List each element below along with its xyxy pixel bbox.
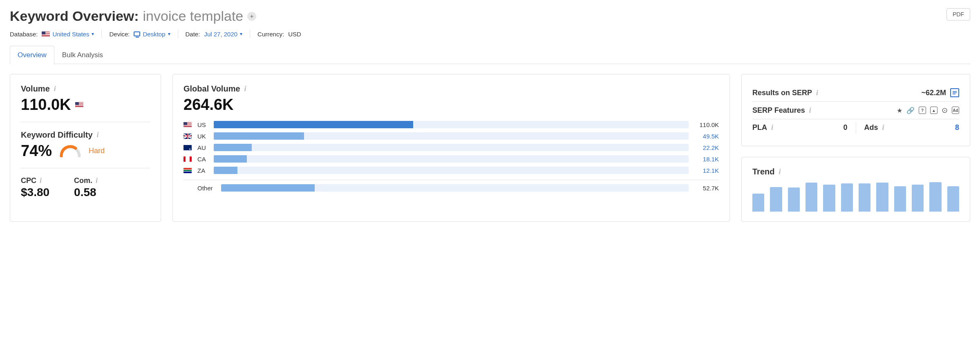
global-volume-bar: [214, 155, 689, 163]
trend-bar: [859, 183, 870, 212]
trend-bar: [841, 183, 853, 212]
pla-value: 0: [843, 123, 847, 132]
trend-bar: [823, 185, 835, 212]
add-keyword-button[interactable]: +: [247, 12, 256, 21]
global-volume-title: Global Volume: [183, 84, 240, 94]
pla-label: PLA: [752, 123, 767, 132]
global-volume-bar: [214, 167, 689, 174]
cpc-value: $3.80: [21, 186, 49, 199]
star-icon[interactable]: ★: [897, 107, 902, 114]
country-volume-value: 12.1K: [694, 167, 719, 174]
trend-bar: [788, 187, 800, 212]
global-volume-row[interactable]: AU22.2K: [183, 144, 719, 151]
pdf-export-button[interactable]: PDF: [946, 8, 970, 20]
country-code: UK: [197, 133, 208, 140]
tab-overview[interactable]: Overview: [10, 46, 54, 64]
info-icon[interactable]: i: [40, 176, 42, 185]
filter-bar: Database: United States ▾ Device: Deskto…: [10, 30, 301, 38]
info-icon[interactable]: i: [97, 131, 99, 139]
au-flag-icon: [183, 145, 192, 150]
global-volume-bar: [214, 121, 689, 128]
keyword-difficulty-value: 74%: [21, 142, 52, 160]
trend-bar: [752, 194, 764, 212]
country-volume-value: 18.1K: [694, 156, 719, 163]
info-icon[interactable]: i: [779, 167, 781, 176]
global-volume-row[interactable]: ZA12.1K: [183, 167, 719, 174]
serp-card: Results on SERP i ~62.2M SERP Features i: [741, 74, 970, 146]
trend-bar: [770, 187, 782, 212]
desktop-icon: [134, 31, 140, 36]
ad-icon[interactable]: Ad: [952, 107, 959, 114]
date-label: Date:: [186, 31, 200, 38]
global-volume-row[interactable]: CA18.1K: [183, 155, 719, 163]
us-flag-icon: [183, 122, 192, 127]
results-on-serp-label: Results on SERP: [752, 89, 812, 97]
country-volume-value: 49.5K: [694, 133, 719, 140]
svg-rect-0: [953, 91, 957, 92]
chevron-down-icon: ▾: [168, 31, 170, 37]
question-icon[interactable]: ?: [919, 107, 926, 114]
database-selector[interactable]: United States ▾: [42, 31, 94, 38]
country-code: AU: [197, 144, 208, 151]
results-on-serp-value: ~62.2M: [921, 89, 946, 97]
currency-value: USD: [288, 31, 301, 38]
serp-snapshot-icon[interactable]: [950, 88, 959, 97]
chevron-down-icon: ▾: [92, 31, 94, 37]
ads-value[interactable]: 8: [955, 123, 959, 132]
global-volume-card: Global Volume i 264.6K US110.0KUK49.5KAU…: [172, 74, 730, 222]
trend-chart: [752, 182, 959, 212]
video-icon[interactable]: ⊙: [942, 106, 948, 115]
global-volume-bar: [221, 184, 689, 192]
com-value: 0.58: [74, 186, 98, 199]
trend-bar: [912, 185, 924, 212]
uk-flag-icon: [183, 134, 192, 139]
keyword-difficulty-label: Hard: [89, 147, 105, 155]
volume-value: 110.0K: [21, 96, 71, 114]
chevron-down-icon: ▾: [240, 31, 242, 37]
country-code: ZA: [197, 167, 208, 174]
trend-bar: [947, 186, 959, 212]
currency-label: Currency:: [257, 31, 284, 38]
volume-title: Volume: [21, 84, 50, 94]
page-title-keyword: invoice template: [143, 8, 244, 24]
device-selector[interactable]: Desktop ▾: [134, 31, 170, 38]
global-volume-bar: [214, 144, 689, 151]
image-icon[interactable]: ▲: [930, 107, 937, 114]
global-volume-other-label: Other: [197, 185, 215, 192]
za-flag-icon: [183, 168, 192, 173]
info-icon[interactable]: i: [244, 85, 246, 93]
info-icon[interactable]: i: [54, 85, 56, 93]
gauge-icon: [59, 145, 81, 157]
trend-title: Trend: [752, 167, 774, 176]
serp-features-icons: ★ 🔗 ? ▲ ⊙ Ad: [897, 106, 959, 115]
link-icon[interactable]: 🔗: [906, 107, 915, 114]
com-title: Com.: [74, 176, 92, 185]
global-volume-row[interactable]: UK49.5K: [183, 132, 719, 140]
country-code: US: [197, 121, 208, 128]
info-icon[interactable]: i: [771, 123, 773, 132]
date-selector[interactable]: Jul 27, 2020 ▾: [204, 31, 242, 38]
info-icon[interactable]: i: [96, 176, 98, 185]
info-icon[interactable]: i: [816, 89, 818, 97]
info-icon[interactable]: i: [882, 123, 884, 132]
ads-label: Ads: [864, 123, 878, 132]
info-icon[interactable]: i: [809, 106, 811, 115]
serp-features-label: SERP Features: [752, 106, 805, 115]
country-volume-value: 22.2K: [694, 144, 719, 151]
ca-flag-icon: [183, 156, 192, 162]
us-flag-icon: [75, 102, 83, 107]
global-volume-row[interactable]: US110.0K: [183, 121, 719, 128]
global-volume-bar: [214, 132, 689, 140]
trend-bar: [929, 182, 941, 212]
database-label: Database:: [10, 31, 38, 38]
global-volume-other-value: 52.7K: [694, 185, 719, 192]
device-label: Device:: [109, 31, 130, 38]
country-code: CA: [197, 156, 208, 163]
tab-bulk-analysis[interactable]: Bulk Analysis: [54, 46, 111, 64]
country-volume-value: 110.0K: [694, 121, 719, 128]
svg-rect-1: [953, 92, 957, 93]
keyword-difficulty-title: Keyword Difficulty: [21, 130, 93, 140]
trend-bar: [805, 183, 817, 212]
trend-bar: [894, 186, 906, 212]
tab-bar: Overview Bulk Analysis: [10, 45, 970, 64]
